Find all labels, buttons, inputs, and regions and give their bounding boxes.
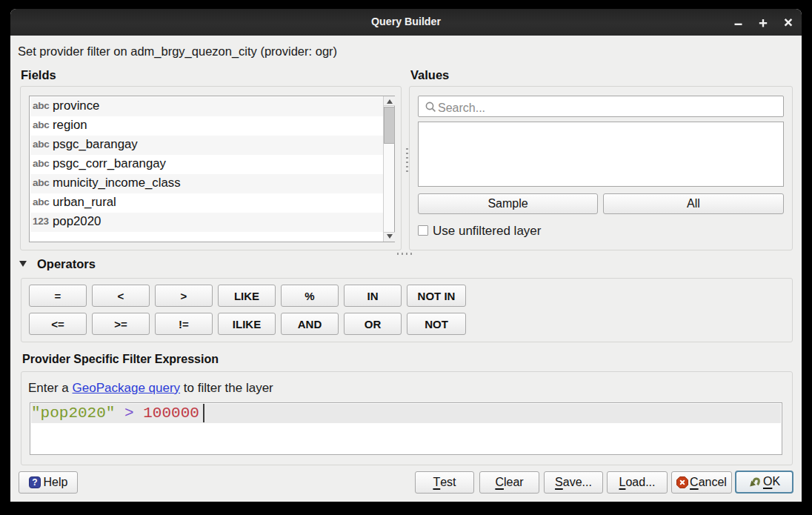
svg-text:?: ? — [32, 477, 37, 488]
